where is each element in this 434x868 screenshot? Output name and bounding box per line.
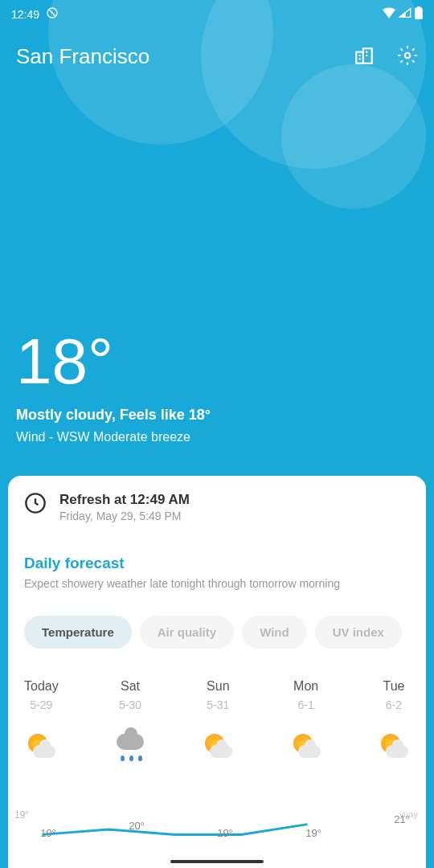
tab-temperature[interactable]: Temperature <box>24 616 132 649</box>
current-weather: 18° Mostly cloudy, Feels like 18° Wind -… <box>16 330 211 444</box>
day-date: 5-30 <box>119 698 141 711</box>
svg-rect-2 <box>417 6 421 8</box>
partly-cloudy-icon <box>25 731 57 763</box>
day-column[interactable]: Today 5-29 <box>24 679 59 763</box>
nav-handle[interactable] <box>170 860 264 863</box>
day-date: 6-1 <box>298 698 314 711</box>
chart-value-label: 21° <box>394 813 410 825</box>
partly-cloudy-icon <box>290 731 322 763</box>
app-header: San Francisco <box>0 22 434 69</box>
chart-value-label: 19° <box>217 827 233 839</box>
day-date: 5-29 <box>30 698 52 711</box>
forecast-subtitle: Expect showery weather late tonight thro… <box>8 577 426 590</box>
partly-cloudy-icon <box>378 731 410 763</box>
day-column[interactable]: Tue 6-2 <box>378 679 410 763</box>
status-time: 12:49 <box>11 8 39 21</box>
partly-cloudy-icon <box>202 731 234 763</box>
signal-icon <box>399 7 411 21</box>
rain-icon <box>114 731 146 763</box>
day-column[interactable]: Sun 5-31 <box>202 679 234 763</box>
clock-icon <box>24 492 47 518</box>
tab-wind[interactable]: Wind <box>242 616 307 649</box>
status-bar: 12:49 <box>0 0 434 22</box>
chart-value-label: 19° <box>305 827 321 839</box>
day-column[interactable]: Mon 6-1 <box>290 679 322 763</box>
tab-uv-index[interactable]: UV index <box>315 616 402 649</box>
chart-value-label: 20° <box>129 820 145 832</box>
day-column[interactable]: Sat 5-30 <box>114 679 146 763</box>
forecast-card: Refresh at 12:49 AM Friday, May 29, 5:49… <box>8 476 426 868</box>
refresh-subtitle: Friday, May 29, 5:49 PM <box>59 510 190 522</box>
chart-value-label: 19° <box>40 827 56 839</box>
day-name: Mon <box>293 679 318 694</box>
tab-air-quality[interactable]: Air quality <box>140 616 234 649</box>
chart-line <box>24 817 326 841</box>
dnd-icon <box>46 6 59 22</box>
refresh-title: Refresh at 12:49 AM <box>59 492 190 508</box>
current-wind: Wind - WSW Moderate breeze <box>16 430 211 444</box>
forecast-title: Daily forecast <box>8 555 426 572</box>
forecast-tabs: Temperature Air quality Wind UV index <box>8 616 426 649</box>
current-temp: 18° <box>16 330 211 394</box>
day-date: 6-2 <box>386 698 402 711</box>
day-date: 5-31 <box>207 698 229 711</box>
day-name: Today <box>24 679 59 694</box>
svg-rect-1 <box>415 8 423 19</box>
city-name[interactable]: San Francisco <box>16 44 149 69</box>
current-description: Mostly cloudy, Feels like 18° <box>16 407 211 424</box>
day-name: Tue <box>383 679 404 694</box>
day-row: Today 5-29 Sat 5-30 Sun 5-31 Mon 6-1 Tue… <box>8 679 426 763</box>
day-name: Sat <box>121 679 140 694</box>
gear-icon[interactable] <box>397 45 418 69</box>
svg-point-9 <box>405 52 411 58</box>
day-name: Sun <box>207 679 229 694</box>
wifi-icon <box>383 7 395 21</box>
temperature-chart: 19° yuay 19°20°19°19°21° <box>8 803 426 851</box>
svg-rect-3 <box>356 51 363 63</box>
cities-icon[interactable] <box>354 45 375 69</box>
battery-icon <box>415 6 423 22</box>
refresh-row[interactable]: Refresh at 12:49 AM Friday, May 29, 5:49… <box>8 492 426 522</box>
